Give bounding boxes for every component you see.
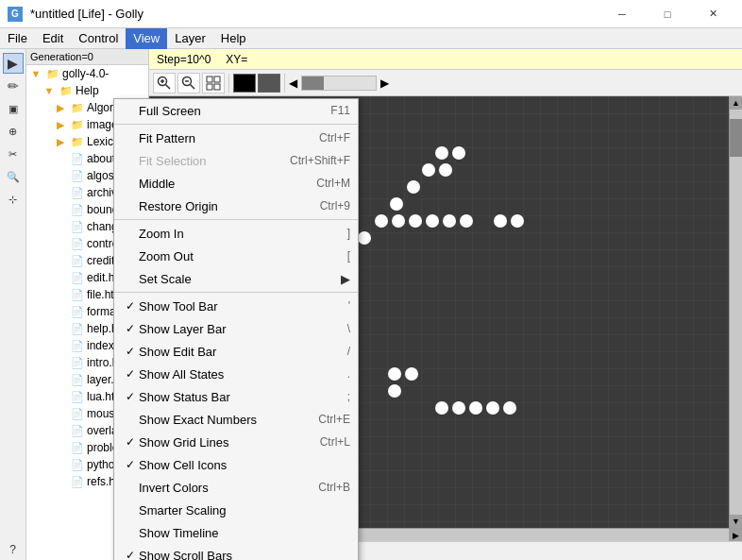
showgridlines-check: ✓ — [122, 435, 139, 449]
smarterscaling-label: Smarter Scaling — [139, 503, 335, 518]
showtimeline-label: Show Timeline — [139, 526, 335, 540]
showcellicons-check: ✓ — [122, 458, 139, 471]
menu-file[interactable]: File — [0, 28, 35, 49]
fullscreen-label: Full Screen — [139, 104, 315, 118]
title-bar-left: G *untitled [Life] - Golly — [8, 7, 143, 22]
menu-edit[interactable]: Edit — [35, 28, 71, 49]
showtoolbar-check: ✓ — [122, 299, 139, 313]
toolbar-divider — [228, 74, 229, 93]
menu-showeditbar[interactable]: ✓ Show Edit Bar / — [114, 340, 358, 363]
zoom-out-btn[interactable] — [177, 73, 200, 93]
menu-zoomout[interactable]: Zoom Out [ — [114, 245, 358, 267]
tree-item-label: golly-4.0- — [62, 67, 109, 80]
expand-icon: ▼ — [42, 83, 57, 98]
fitpattern-shortcut: Ctrl+F — [319, 131, 350, 144]
showexactnumbers-shortcut: Ctrl+E — [318, 413, 350, 426]
menu-showcellicons[interactable]: ✓ Show Cell Icons — [114, 453, 358, 476]
menu-showscrollbars[interactable]: ✓ Show Scroll Bars — [114, 544, 358, 560]
invertcolors-label: Invert Colors — [139, 481, 303, 495]
menu-fullscreen[interactable]: Full Screen F11 — [114, 99, 358, 122]
color-slider[interactable] — [301, 76, 377, 91]
showstatusbar-label: Show Status Bar — [139, 390, 332, 404]
menu-showstatusbar[interactable]: ✓ Show Status Bar ; — [114, 385, 358, 408]
maximize-button[interactable]: □ — [646, 0, 689, 28]
showcellicons-label: Show Cell Icons — [139, 458, 335, 472]
invertcolors-shortcut: Ctrl+B — [318, 481, 350, 494]
menu-layer[interactable]: Layer — [167, 28, 213, 49]
showlayerbar-shortcut: \ — [347, 322, 350, 335]
zoomin-label: Zoom In — [139, 227, 332, 241]
showlayerbar-check: ✓ — [122, 322, 139, 335]
color-swatch-grey[interactable] — [258, 74, 280, 93]
fitselection-shortcut: Ctrl+Shift+F — [290, 154, 350, 167]
icon-toolbar: ◀ ▶ — [149, 70, 742, 96]
showeditbar-shortcut: / — [347, 345, 350, 358]
minimize-button[interactable]: ─ — [600, 0, 644, 28]
title-bar: G *untitled [Life] - Golly ─ □ ✕ — [0, 0, 742, 28]
fitselection-label: Fit Selection — [139, 154, 275, 168]
middle-label: Middle — [139, 177, 301, 191]
arrow-left-icon: ◀ — [289, 76, 297, 90]
showallstates-shortcut: . — [347, 367, 350, 381]
main-container: ▶ ✏ ▣ ⊕ ✂ 🔍 ⊹ ? Generation=0 ▼ 📁 golly-4… — [0, 49, 742, 560]
menu-help[interactable]: Help — [213, 28, 254, 49]
showexactnumbers-label: Show Exact Numbers — [139, 413, 303, 427]
menu-showallstates[interactable]: ✓ Show All States . — [114, 363, 358, 385]
divider3 — [114, 292, 358, 293]
folder-icon: 📁 — [59, 83, 74, 98]
tree-item-help[interactable]: ▼ 📁 Help — [26, 82, 148, 99]
menu-zoomin[interactable]: Zoom In ] — [114, 222, 358, 245]
menu-showtimeline[interactable]: Show Timeline — [114, 521, 358, 544]
expand-icon: ▼ — [28, 66, 43, 81]
tree-header-text: Generation=0 — [30, 51, 93, 62]
showstatusbar-shortcut: ; — [347, 390, 350, 403]
menu-setscale[interactable]: Set Scale ▶ — [114, 267, 358, 290]
restoreorigin-shortcut: Ctrl+9 — [320, 199, 350, 212]
grid-toggle-btn[interactable] — [202, 73, 225, 93]
fitpattern-label: Fit Pattern — [139, 131, 304, 145]
menu-showlayerbar[interactable]: ✓ Show Layer Bar \ — [114, 317, 358, 340]
showeditbar-label: Show Edit Bar — [139, 345, 332, 359]
color-swatch-black[interactable] — [233, 74, 256, 93]
app-icon: G — [8, 7, 23, 22]
close-button[interactable]: ✕ — [691, 0, 734, 28]
menu-showgridlines[interactable]: ✓ Show Grid Lines Ctrl+L — [114, 431, 358, 453]
menu-smarterscaling[interactable]: Smarter Scaling — [114, 499, 358, 521]
zoom-in-btn[interactable] — [153, 73, 176, 93]
window-title: *untitled [Life] - Golly — [30, 7, 143, 21]
showlayerbar-label: Show Layer Bar — [139, 322, 332, 336]
svg-line-1 — [166, 84, 171, 89]
menu-fitpattern[interactable]: Fit Pattern Ctrl+F — [114, 127, 358, 149]
middle-shortcut: Ctrl+M — [316, 177, 350, 190]
svg-rect-10 — [214, 84, 220, 90]
setscale-arrow: ▶ — [341, 272, 350, 286]
divider2 — [114, 219, 358, 220]
showtoolbar-shortcut: ' — [348, 299, 350, 313]
zoomout-label: Zoom Out — [139, 249, 332, 263]
svg-rect-9 — [207, 84, 212, 90]
folder-icon: 📁 — [45, 66, 60, 81]
restoreorigin-label: Restore Origin — [139, 199, 305, 213]
showallstates-label: Show All States — [139, 367, 332, 382]
menu-showexactnumbers[interactable]: Show Exact Numbers Ctrl+E — [114, 408, 358, 431]
window-controls: ─ □ ✕ — [600, 0, 734, 28]
menu-restoreorigin[interactable]: Restore Origin Ctrl+9 — [114, 195, 358, 217]
menu-invertcolors[interactable]: Invert Colors Ctrl+B — [114, 476, 358, 499]
showstatusbar-check: ✓ — [122, 390, 139, 403]
toolbar-divider2 — [284, 74, 285, 93]
svg-rect-7 — [207, 76, 212, 82]
tool-play[interactable]: ▶ — [3, 53, 24, 74]
menu-showtoolbar[interactable]: ✓ Show Tool Bar ' — [114, 295, 358, 317]
tool-draw[interactable]: ✏ — [3, 76, 24, 96]
zoomin-shortcut: ] — [347, 227, 350, 240]
zoomout-shortcut: [ — [347, 249, 350, 263]
generation-text: Step=10^0 — [157, 53, 211, 66]
top-info-bar: Step=10^0 XY= — [149, 49, 742, 70]
menu-control[interactable]: Control — [71, 28, 126, 49]
menu-fitselection[interactable]: Fit Selection Ctrl+Shift+F — [114, 149, 358, 172]
dropdown-overlay: Full Screen F11 Fit Pattern Ctrl+F Fit S… — [0, 98, 742, 560]
tree-item-golly[interactable]: ▼ 📁 golly-4.0- — [26, 65, 148, 82]
tree-header: Generation=0 — [26, 49, 148, 65]
menu-middle[interactable]: Middle Ctrl+M — [114, 172, 358, 195]
menu-view[interactable]: View — [126, 28, 167, 49]
